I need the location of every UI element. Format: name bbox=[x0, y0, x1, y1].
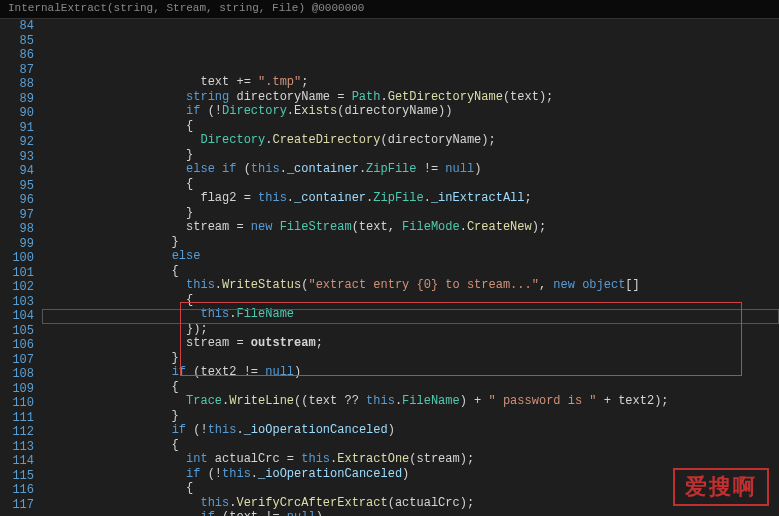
line-number: 115 bbox=[4, 469, 34, 484]
line-number: 101 bbox=[4, 266, 34, 281]
line-number: 97 bbox=[4, 208, 34, 223]
line-number: 87 bbox=[4, 63, 34, 78]
code-line[interactable]: Trace.WriteLine((text ?? this.FileName) … bbox=[42, 394, 779, 409]
line-number: 98 bbox=[4, 222, 34, 237]
code-line[interactable]: } bbox=[42, 206, 779, 221]
code-line[interactable]: if (text != null) bbox=[42, 510, 779, 516]
code-line[interactable]: { bbox=[42, 380, 779, 395]
line-number: 90 bbox=[4, 106, 34, 121]
line-number: 88 bbox=[4, 77, 34, 92]
line-number: 89 bbox=[4, 92, 34, 107]
code-editor[interactable]: 8485868788899091929394959697989910010110… bbox=[0, 19, 779, 516]
line-number: 116 bbox=[4, 483, 34, 498]
code-line[interactable]: else bbox=[42, 249, 779, 264]
line-number-gutter: 8485868788899091929394959697989910010110… bbox=[0, 19, 42, 516]
line-number: 103 bbox=[4, 295, 34, 310]
code-line[interactable]: else if (this._container.ZipFile != null… bbox=[42, 162, 779, 177]
code-line[interactable]: int actualCrc = this.ExtractOne(stream); bbox=[42, 452, 779, 467]
line-number: 105 bbox=[4, 324, 34, 339]
line-number: 94 bbox=[4, 164, 34, 179]
code-line[interactable]: string directoryName = Path.GetDirectory… bbox=[42, 90, 779, 105]
line-number: 107 bbox=[4, 353, 34, 368]
code-line[interactable]: { bbox=[42, 293, 779, 308]
code-line[interactable]: } bbox=[42, 235, 779, 250]
code-line[interactable]: this.FileName bbox=[42, 307, 779, 322]
line-number: 102 bbox=[4, 280, 34, 295]
window-titlebar: InternalExtract(string, Stream, string, … bbox=[0, 0, 779, 19]
code-line[interactable]: { bbox=[42, 481, 779, 496]
code-line[interactable]: } bbox=[42, 148, 779, 163]
code-line[interactable]: }); bbox=[42, 322, 779, 337]
line-number: 84 bbox=[4, 19, 34, 34]
line-number: 104 bbox=[4, 309, 34, 324]
code-line[interactable]: this.VerifyCrcAfterExtract(actualCrc); bbox=[42, 496, 779, 511]
code-line[interactable]: text += ".tmp"; bbox=[42, 75, 779, 90]
code-line[interactable]: { bbox=[42, 177, 779, 192]
line-number: 100 bbox=[4, 251, 34, 266]
line-number: 114 bbox=[4, 454, 34, 469]
line-number: 96 bbox=[4, 193, 34, 208]
line-number: 112 bbox=[4, 425, 34, 440]
code-line[interactable]: if (!Directory.Exists(directoryName)) bbox=[42, 104, 779, 119]
code-line[interactable]: { bbox=[42, 264, 779, 279]
line-number: 93 bbox=[4, 150, 34, 165]
line-number: 113 bbox=[4, 440, 34, 455]
line-number: 85 bbox=[4, 34, 34, 49]
code-line[interactable]: if (!this._ioOperationCanceled) bbox=[42, 423, 779, 438]
code-line[interactable]: Directory.CreateDirectory(directoryName)… bbox=[42, 133, 779, 148]
line-number: 91 bbox=[4, 121, 34, 136]
code-line[interactable]: { bbox=[42, 438, 779, 453]
line-number: 92 bbox=[4, 135, 34, 150]
line-number: 111 bbox=[4, 411, 34, 426]
line-number: 110 bbox=[4, 396, 34, 411]
line-number: 95 bbox=[4, 179, 34, 194]
line-number: 108 bbox=[4, 367, 34, 382]
code-line[interactable]: this.WriteStatus("extract entry {0} to s… bbox=[42, 278, 779, 293]
line-number: 86 bbox=[4, 48, 34, 63]
code-line[interactable]: { bbox=[42, 119, 779, 134]
line-number: 117 bbox=[4, 498, 34, 513]
titlebar-text: InternalExtract(string, Stream, string, … bbox=[8, 2, 364, 14]
line-number: 109 bbox=[4, 382, 34, 397]
line-number: 106 bbox=[4, 338, 34, 353]
code-line[interactable]: if (text2 != null) bbox=[42, 365, 779, 380]
line-number: 99 bbox=[4, 237, 34, 252]
code-line[interactable]: flag2 = this._container.ZipFile._inExtra… bbox=[42, 191, 779, 206]
code-line[interactable]: } bbox=[42, 409, 779, 424]
code-line[interactable]: } bbox=[42, 351, 779, 366]
code-line[interactable]: stream = outstream; bbox=[42, 336, 779, 351]
code-area[interactable]: text += ".tmp"; string directoryName = P… bbox=[42, 19, 779, 516]
code-line[interactable]: stream = new FileStream(text, FileMode.C… bbox=[42, 220, 779, 235]
code-line[interactable]: if (!this._ioOperationCanceled) bbox=[42, 467, 779, 482]
